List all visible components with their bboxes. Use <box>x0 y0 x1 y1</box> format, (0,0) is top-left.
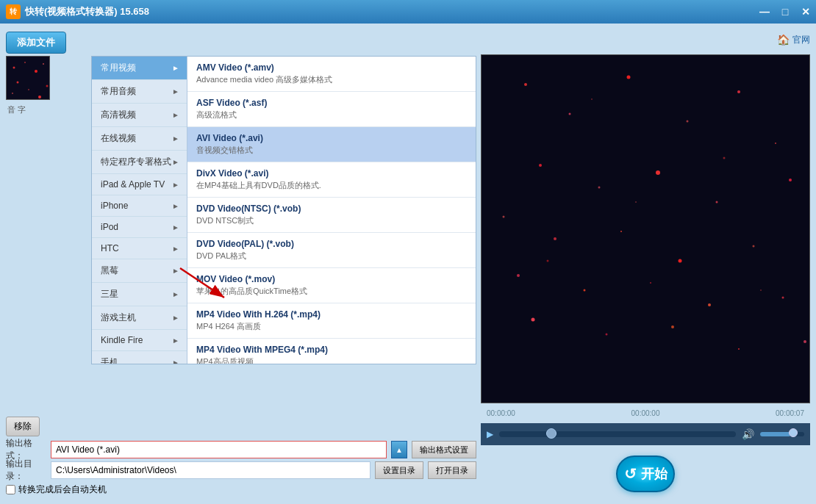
format-item-6[interactable]: MOV Video (*.mov)苹果出的高品质QuickTime格式 <box>187 268 476 303</box>
svg-point-42 <box>547 260 549 262</box>
svg-point-6 <box>28 89 29 90</box>
main-area: 添加文件 <box>0 24 816 504</box>
svg-rect-12 <box>482 55 809 403</box>
progress-bar[interactable] <box>499 431 736 437</box>
format-name: DivX Video (*.avi) <box>196 168 467 179</box>
svg-point-8 <box>12 93 13 94</box>
format-desc: Advance media video 高级多媒体格式 <box>196 74 467 85</box>
format-desc: DVD NTSC制式 <box>196 215 467 226</box>
svg-point-28 <box>753 245 755 248</box>
category-arrow: ► <box>172 64 179 72</box>
time-total: 00:00:07 <box>776 409 804 417</box>
category-label: 常用音频 <box>101 85 136 98</box>
window-title: 快转(视频格式转换器) 15.658 <box>25 5 149 18</box>
category-label: 高清视频 <box>101 109 136 121</box>
category-item-8[interactable]: HTC► <box>92 238 187 259</box>
category-arrow: ► <box>172 359 179 364</box>
svg-point-30 <box>584 289 586 292</box>
category-item-6[interactable]: iPhone► <box>92 195 187 217</box>
category-item-2[interactable]: 高清视频► <box>92 104 187 127</box>
svg-point-23 <box>789 179 792 181</box>
close-button[interactable]: ✕ <box>795 0 816 24</box>
category-item-1[interactable]: 常用音频► <box>92 80 187 104</box>
svg-point-40 <box>723 157 726 159</box>
format-name: DVD Video(NTSC) (*.vob) <box>196 204 467 214</box>
video-starfield <box>482 55 809 403</box>
category-label: 常用视频 <box>101 62 136 74</box>
format-desc: 苹果出的高品质QuickTime格式 <box>196 286 467 297</box>
svg-point-33 <box>782 297 784 299</box>
format-desc: 音视频交错格式 <box>196 145 467 156</box>
format-list: AMV Video (*.amv)Advance media video 高级多… <box>187 57 476 364</box>
svg-point-14 <box>569 113 571 115</box>
right-panel: 🏠 官网 <box>481 29 810 498</box>
category-item-9[interactable]: 黑莓► <box>92 259 187 283</box>
progress-thumb[interactable] <box>546 428 556 439</box>
category-item-7[interactable]: iPod► <box>92 217 187 238</box>
maximize-button[interactable]: □ <box>775 0 795 24</box>
category-item-5[interactable]: iPad & Apple TV► <box>92 174 187 195</box>
svg-point-37 <box>738 348 740 350</box>
volume-fill <box>760 432 791 436</box>
home-icon: 🏠 <box>777 34 790 46</box>
category-item-10[interactable]: 三星► <box>92 283 187 306</box>
format-field[interactable] <box>51 441 387 458</box>
subtitle-label: 字 <box>18 105 26 114</box>
expand-icon[interactable]: ▶ <box>487 429 493 439</box>
svg-point-24 <box>503 216 505 218</box>
category-item-13[interactable]: 手机► <box>92 351 187 364</box>
format-item-5[interactable]: DVD Video(PAL) (*.vob)DVD PAL格式 <box>187 233 476 268</box>
titlebar: 转 快转(视频格式转换器) 15.658 — □ ✕ <box>0 0 816 24</box>
svg-point-29 <box>517 274 520 277</box>
category-item-4[interactable]: 特定程序专署格式► <box>92 151 187 174</box>
category-item-11[interactable]: 游戏主机► <box>92 306 187 330</box>
left-panel: 添加文件 <box>6 29 476 498</box>
category-item-0[interactable]: 常用视频► <box>92 57 187 80</box>
remove-button[interactable]: 移除 <box>6 417 40 436</box>
format-desc: MP4 H264 高画质 <box>196 321 467 332</box>
format-settings-button[interactable]: 输出格式设置 <box>412 441 476 458</box>
category-label: 三星 <box>101 288 118 300</box>
format-item-0[interactable]: AMV Video (*.amv)Advance media video 高级多… <box>187 57 476 92</box>
time-labels-row: 00:00:00 00:00:00 00:00:07 <box>481 408 810 419</box>
format-item-8[interactable]: MP4 Video With MPEG4 (*.mp4)MP4高品质视频 <box>187 339 476 364</box>
format-item-7[interactable]: MP4 Video With H.264 (*.mp4)MP4 H264 高画质 <box>187 303 476 339</box>
svg-point-2 <box>24 62 26 63</box>
format-dropdown-button[interactable]: ▲ <box>391 441 407 458</box>
format-item-4[interactable]: DVD Video(NTSC) (*.vob)DVD NTSC制式 <box>187 198 476 233</box>
category-label: iPhone <box>101 201 128 211</box>
add-file-button[interactable]: 添加文件 <box>6 32 66 54</box>
category-arrow: ► <box>172 267 179 275</box>
minimize-button[interactable]: — <box>754 0 775 24</box>
svg-point-20 <box>598 187 601 189</box>
auto-shutdown-checkbox[interactable] <box>6 485 15 494</box>
format-item-2[interactable]: AVI Video (*.avi)音视频交错格式 <box>187 127 476 162</box>
volume-thumb[interactable] <box>789 428 798 437</box>
dir-label: 输出目录： <box>6 458 46 483</box>
volume-bar[interactable] <box>760 432 804 436</box>
category-label: iPad & Apple TV <box>101 179 165 190</box>
start-button[interactable]: ↺ 开始 <box>616 456 675 492</box>
svg-point-32 <box>708 303 711 306</box>
category-arrow: ► <box>172 181 179 189</box>
format-item-3[interactable]: DivX Video (*.avi)在MP4基础上具有DVD品质的格式. <box>187 162 476 198</box>
category-item-3[interactable]: 在线视频► <box>92 127 187 151</box>
official-link[interactable]: 官网 <box>792 34 810 46</box>
dir-field[interactable] <box>51 461 371 479</box>
svg-point-17 <box>737 90 740 93</box>
format-desc: 高级流格式 <box>196 109 467 120</box>
set-dir-button[interactable]: 设置目录 <box>375 461 423 479</box>
audio-label: 音 <box>7 105 15 114</box>
time-middle: 00:00:00 <box>631 409 660 417</box>
open-dir-button[interactable]: 打开目录 <box>428 461 476 479</box>
format-desc: 在MP4基础上具有DVD品质的格式. <box>196 180 467 191</box>
file-thumbnail <box>6 56 50 100</box>
svg-point-43 <box>760 289 762 291</box>
category-item-12[interactable]: Kindle Fire► <box>92 330 187 351</box>
time-current: 00:00:00 <box>487 409 515 417</box>
svg-point-26 <box>620 231 622 232</box>
thumbnail-image <box>7 57 49 99</box>
start-button-row: ↺ 开始 <box>481 450 810 498</box>
video-controls: ▶ 🔊 <box>481 423 810 445</box>
format-item-1[interactable]: ASF Video (*.asf)高级流格式 <box>187 92 476 127</box>
